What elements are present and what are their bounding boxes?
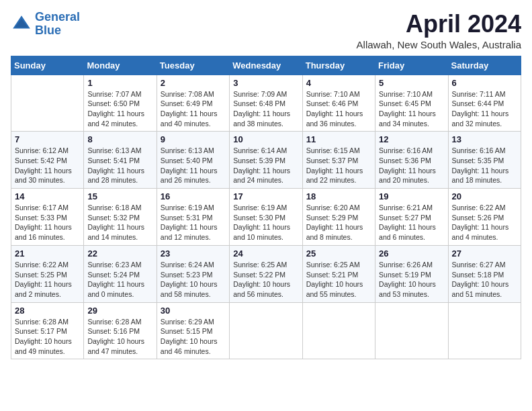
table-row: 1Sunrise: 7:07 AM Sunset: 6:50 PM Daylig… <box>84 75 157 132</box>
day-info: Sunrise: 6:24 AM Sunset: 5:23 PM Dayligh… <box>161 260 226 300</box>
day-number: 8 <box>87 134 152 144</box>
table-row: 17Sunrise: 6:19 AM Sunset: 5:30 PM Dayli… <box>230 189 302 246</box>
logo-line2: Blue <box>35 24 61 37</box>
calendar-week-row: 14Sunrise: 6:17 AM Sunset: 5:33 PM Dayli… <box>11 189 521 246</box>
day-number: 22 <box>87 248 152 259</box>
day-info: Sunrise: 6:18 AM Sunset: 5:32 PM Dayligh… <box>87 203 152 242</box>
day-number: 14 <box>15 191 80 201</box>
day-info: Sunrise: 6:16 AM Sunset: 5:35 PM Dayligh… <box>452 146 517 185</box>
day-number: 17 <box>233 191 298 201</box>
day-number: 3 <box>233 78 298 88</box>
table-row: 7Sunrise: 6:12 AM Sunset: 5:42 PM Daylig… <box>11 132 84 189</box>
header-saturday: Saturday <box>448 56 521 75</box>
day-number: 10 <box>233 134 298 144</box>
day-info: Sunrise: 6:23 AM Sunset: 5:24 PM Dayligh… <box>87 260 152 300</box>
day-number: 5 <box>379 78 444 88</box>
day-info: Sunrise: 7:07 AM Sunset: 6:50 PM Dayligh… <box>87 89 152 129</box>
day-number: 25 <box>306 248 371 259</box>
day-info: Sunrise: 6:26 AM Sunset: 5:19 PM Dayligh… <box>379 260 444 300</box>
logo-icon <box>11 13 32 35</box>
header-wednesday: Wednesday <box>230 56 302 75</box>
table-row: 2Sunrise: 7:08 AM Sunset: 6:49 PM Daylig… <box>157 75 229 132</box>
calendar-table: Sunday Monday Tuesday Wednesday Thursday… <box>11 56 521 360</box>
table-row: 9Sunrise: 6:13 AM Sunset: 5:40 PM Daylig… <box>157 132 229 189</box>
table-row: 30Sunrise: 6:29 AM Sunset: 5:15 PM Dayli… <box>157 302 229 359</box>
calendar-week-row: 1Sunrise: 7:07 AM Sunset: 6:50 PM Daylig… <box>11 75 521 132</box>
day-info: Sunrise: 6:28 AM Sunset: 5:17 PM Dayligh… <box>15 317 80 357</box>
day-info: Sunrise: 6:20 AM Sunset: 5:29 PM Dayligh… <box>306 203 371 242</box>
header-friday: Friday <box>375 56 448 75</box>
header-thursday: Thursday <box>302 56 375 75</box>
table-row: 25Sunrise: 6:25 AM Sunset: 5:21 PM Dayli… <box>302 245 375 302</box>
day-number: 12 <box>379 134 444 144</box>
table-row: 24Sunrise: 6:25 AM Sunset: 5:22 PM Dayli… <box>230 245 302 302</box>
day-info: Sunrise: 6:13 AM Sunset: 5:41 PM Dayligh… <box>87 146 152 185</box>
day-number: 9 <box>161 134 226 144</box>
day-info: Sunrise: 7:11 AM Sunset: 6:44 PM Dayligh… <box>452 89 517 129</box>
day-number: 19 <box>379 191 444 201</box>
logo-line1: General <box>35 10 80 24</box>
day-number: 23 <box>161 248 226 259</box>
table-row <box>302 302 375 359</box>
day-info: Sunrise: 6:13 AM Sunset: 5:40 PM Dayligh… <box>161 146 226 185</box>
day-info: Sunrise: 7:10 AM Sunset: 6:46 PM Dayligh… <box>306 89 371 129</box>
logo-text: General Blue <box>35 11 80 38</box>
table-row <box>230 302 302 359</box>
day-info: Sunrise: 6:28 AM Sunset: 5:16 PM Dayligh… <box>87 317 152 357</box>
day-number: 1 <box>87 78 152 88</box>
day-number: 18 <box>306 191 371 201</box>
calendar-week-row: 7Sunrise: 6:12 AM Sunset: 5:42 PM Daylig… <box>11 132 521 189</box>
table-row: 4Sunrise: 7:10 AM Sunset: 6:46 PM Daylig… <box>302 75 375 132</box>
day-info: Sunrise: 6:14 AM Sunset: 5:39 PM Dayligh… <box>233 146 298 185</box>
table-row: 16Sunrise: 6:19 AM Sunset: 5:31 PM Dayli… <box>157 189 229 246</box>
day-info: Sunrise: 6:21 AM Sunset: 5:27 PM Dayligh… <box>379 203 444 242</box>
day-number: 15 <box>87 191 152 201</box>
day-info: Sunrise: 7:08 AM Sunset: 6:49 PM Dayligh… <box>161 89 226 129</box>
day-info: Sunrise: 6:15 AM Sunset: 5:37 PM Dayligh… <box>306 146 371 185</box>
table-row <box>375 302 448 359</box>
day-number: 24 <box>233 248 298 259</box>
month-title: April 2024 <box>357 11 521 38</box>
day-info: Sunrise: 6:12 AM Sunset: 5:42 PM Dayligh… <box>15 146 80 185</box>
day-info: Sunrise: 7:10 AM Sunset: 6:45 PM Dayligh… <box>379 89 444 129</box>
day-number: 21 <box>15 248 80 259</box>
day-info: Sunrise: 6:25 AM Sunset: 5:22 PM Dayligh… <box>233 260 298 300</box>
table-row: 12Sunrise: 6:16 AM Sunset: 5:36 PM Dayli… <box>375 132 448 189</box>
day-number: 13 <box>452 134 517 144</box>
day-number: 27 <box>452 248 517 259</box>
day-number: 11 <box>306 134 371 144</box>
day-number: 4 <box>306 78 371 88</box>
day-number: 16 <box>161 191 226 201</box>
day-info: Sunrise: 7:09 AM Sunset: 6:48 PM Dayligh… <box>233 89 298 129</box>
table-row: 10Sunrise: 6:14 AM Sunset: 5:39 PM Dayli… <box>230 132 302 189</box>
table-row: 3Sunrise: 7:09 AM Sunset: 6:48 PM Daylig… <box>230 75 302 132</box>
logo: General Blue <box>11 11 80 38</box>
day-info: Sunrise: 6:22 AM Sunset: 5:26 PM Dayligh… <box>452 203 517 242</box>
title-block: April 2024 Allawah, New South Wales, Aus… <box>357 11 521 50</box>
table-row: 8Sunrise: 6:13 AM Sunset: 5:41 PM Daylig… <box>84 132 157 189</box>
day-number: 29 <box>87 306 152 316</box>
day-info: Sunrise: 6:27 AM Sunset: 5:18 PM Dayligh… <box>452 260 517 300</box>
day-info: Sunrise: 6:29 AM Sunset: 5:15 PM Dayligh… <box>161 317 226 357</box>
table-row: 29Sunrise: 6:28 AM Sunset: 5:16 PM Dayli… <box>84 302 157 359</box>
table-row: 5Sunrise: 7:10 AM Sunset: 6:45 PM Daylig… <box>375 75 448 132</box>
page-header: General Blue April 2024 Allawah, New Sou… <box>11 11 521 50</box>
table-row: 19Sunrise: 6:21 AM Sunset: 5:27 PM Dayli… <box>375 189 448 246</box>
day-number: 6 <box>452 78 517 88</box>
table-row: 14Sunrise: 6:17 AM Sunset: 5:33 PM Dayli… <box>11 189 84 246</box>
header-tuesday: Tuesday <box>157 56 229 75</box>
table-row: 22Sunrise: 6:23 AM Sunset: 5:24 PM Dayli… <box>84 245 157 302</box>
table-row: 23Sunrise: 6:24 AM Sunset: 5:23 PM Dayli… <box>157 245 229 302</box>
table-row: 20Sunrise: 6:22 AM Sunset: 5:26 PM Dayli… <box>448 189 521 246</box>
location-subtitle: Allawah, New South Wales, Australia <box>357 39 521 50</box>
header-sunday: Sunday <box>11 56 84 75</box>
table-row: 26Sunrise: 6:26 AM Sunset: 5:19 PM Dayli… <box>375 245 448 302</box>
day-info: Sunrise: 6:19 AM Sunset: 5:31 PM Dayligh… <box>161 203 226 242</box>
day-info: Sunrise: 6:17 AM Sunset: 5:33 PM Dayligh… <box>15 203 80 242</box>
day-number: 26 <box>379 248 444 259</box>
table-row: 18Sunrise: 6:20 AM Sunset: 5:29 PM Dayli… <box>302 189 375 246</box>
table-row: 15Sunrise: 6:18 AM Sunset: 5:32 PM Dayli… <box>84 189 157 246</box>
table-row <box>448 302 521 359</box>
table-row: 13Sunrise: 6:16 AM Sunset: 5:35 PM Dayli… <box>448 132 521 189</box>
day-info: Sunrise: 6:25 AM Sunset: 5:21 PM Dayligh… <box>306 260 371 300</box>
